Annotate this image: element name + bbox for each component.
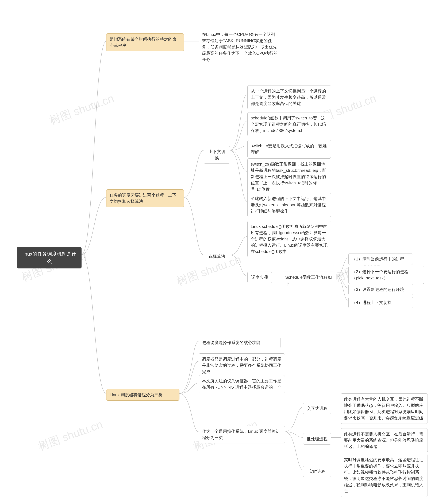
step-3: （3）设置新进程的运行环境 [349,284,413,295]
sel-desc: Linux schedule()函数将遍历就绪队列中的所有进程，调用goodne… [247,221,331,257]
root-node: linux的任务调度机制是什么 [17,247,81,269]
step-4: （4）进程上下文切换 [349,297,413,308]
cat-realtime: 实时进程 [303,466,331,477]
ctx-c2: schedule()函数中调用了switch_to宏，这个宏实现了进程之间的真正… [247,112,331,136]
watermark: 树图 shutu.cn [47,91,116,128]
branch-definition: 是指系统在某个时间执行的特定的命令或程序 [106,34,184,51]
branch-two-processes: 任务的调度需要进过两个过程：上下文切换和选择算法 [106,189,184,207]
b3-p3: 本文所关注的仅为调度器，它的主要工作是在所有RUNNING 进程中选择最合适的一… [199,375,285,393]
select-algorithm: 选择算法 [204,251,230,262]
cat-interactive-desc: 此类进程有大量的人机交互，因此进程不断地处于睡眠状态，等待用户输入。典型的应用比… [341,394,428,424]
ctx-c4: switch_to()函数正常返回，栈上的返回地址是新进程的task_struc… [247,159,331,195]
b3-cat: 作为一个通用操作系统，Linux 调度器将进程分为三类 [199,426,285,443]
definition-desc: 在Linux中，每一个CPU都会有一个队列来存储处于TASK_RUNNING状态… [199,29,282,65]
context-switch: 上下文切换 [204,146,230,164]
cat-batch-desc: 此类进程不需要人机交互，在后台运行，需要占用大量的系统资源。但是能够忍受响应延迟… [341,428,428,452]
ctx-c1: 从一个进程的上下文切换到另一个进程的上下文，因为其发生频率很高，所以通常都是调度… [247,85,331,109]
cat-realtime-desc: 实时对调度延迟的要求最高，这些进程往往执行非常重要的操作，要求立即响应并执行。比… [341,454,428,497]
schedule-sub: Schedule函数工作流程如下 [282,271,336,289]
step-1: （1）清理当前运行中的进程 [349,253,413,265]
b3-p1: 进程调度是操作系统的核心功能 [199,337,280,348]
ctx-c3: switch_to宏是用嵌入式汇编写成的，较难理解 [247,140,331,158]
step-2: （2）选择下一个要运行的进程（pick_next_task） [349,266,424,284]
cat-batch: 批处理进程 [303,433,331,445]
schedule-steps: 调度步骤 [247,271,272,283]
watermark: 树图 shutu.cn [36,417,105,454]
cat-interactive: 交互式进程 [303,403,331,414]
ctx-c5: 至此转入新进程的上下文中运行。这其中涉及到wakeup，sleepon等函数来对… [247,193,331,217]
mindmap-canvas: 树图 shutu.cn 树图 shutu.cn 树图 shutu.cn 树图 s… [0,0,446,504]
branch-three-classes: Linux 调度器将进程分为三类 [106,389,179,401]
b3-p2: 调度器只是调度过程中的一部分，进程调度是非常复杂的过程，需要多个系统协同工作完成 [199,353,285,378]
